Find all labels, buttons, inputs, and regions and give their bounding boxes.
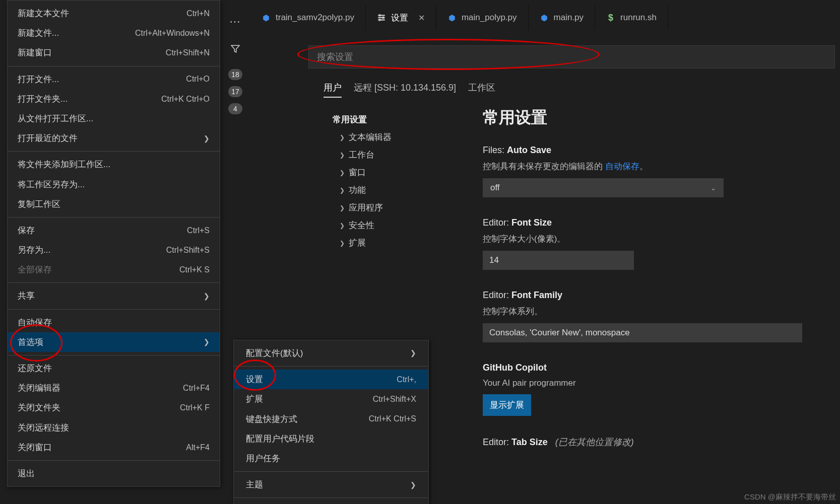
side-workbench[interactable]: ❯工作台	[333, 146, 461, 164]
submenu-settings[interactable]: 设置Ctrl+,	[234, 370, 428, 389]
menu-open-file[interactable]: 打开文件...Ctrl+O	[8, 69, 220, 89]
menu-save-as[interactable]: 另存为...Ctrl+Shift+S	[8, 240, 220, 260]
menu-close-window[interactable]: 关闭窗口Alt+F4	[8, 438, 220, 457]
autosave-link[interactable]: 自动保存	[605, 162, 639, 171]
scope-remote[interactable]: 远程 [SSH: 10.134.156.9]	[354, 79, 456, 98]
menu-exit[interactable]: 退出	[8, 464, 220, 483]
menu-autosave[interactable]: 自动保存	[8, 313, 220, 332]
side-texteditor[interactable]: ❯文本编辑器	[333, 128, 461, 146]
setting-title: GitHub Copilot	[483, 363, 830, 373]
submenu-theme[interactable]: 主题❯	[234, 475, 428, 494]
file-menu: 新建文本文件Ctrl+N 新建文件...Ctrl+Alt+Windows+N 新…	[7, 0, 220, 487]
menu-save[interactable]: 保存Ctrl+S	[8, 221, 220, 240]
tab-mainpolyp[interactable]: ⬢ main_polyp.py	[436, 5, 529, 30]
tab-label: 设置	[391, 12, 408, 24]
menu-separator	[8, 460, 220, 461]
outline-toolbar: ⋯ 18 17 4	[220, 0, 250, 126]
chevron-right-icon: ❯	[340, 187, 345, 194]
chevron-right-icon: ❯	[340, 169, 345, 176]
tab-label: main.py	[554, 13, 584, 23]
tab-main[interactable]: ⬢ main.py	[529, 5, 596, 30]
scope-workspace[interactable]: 工作区	[468, 79, 495, 98]
svg-point-5	[378, 19, 381, 21]
submenu-keyboard[interactable]: 键盘快捷方式Ctrl+K Ctrl+S	[234, 409, 428, 429]
menu-add-folder[interactable]: 将文件夹添加到工作区...	[8, 155, 220, 174]
setting-title: Files: Auto Save	[483, 145, 830, 156]
menu-dup-ws[interactable]: 复制工作区	[8, 194, 220, 214]
settings-search-wrap	[308, 45, 835, 68]
menu-new-file[interactable]: 新建文件...Ctrl+Alt+Windows+N	[8, 23, 220, 43]
submenu-snippets[interactable]: 配置用户代码片段	[234, 429, 428, 449]
menu-close-remote[interactable]: 关闭远程连接	[8, 418, 220, 438]
filter-icon[interactable]	[231, 44, 240, 56]
tab-label: main_polyp.py	[462, 13, 517, 23]
menu-open-workspace[interactable]: 从文件打开工作区...	[8, 109, 220, 128]
chevron-right-icon: ❯	[340, 204, 345, 211]
menu-new-text-file[interactable]: 新建文本文件Ctrl+N	[8, 4, 220, 23]
setting-title: Editor: Font Family	[483, 290, 830, 301]
tab-runrun[interactable]: $ runrun.sh	[595, 5, 668, 30]
submenu-profiles[interactable]: 配置文件(默认)❯	[234, 343, 428, 363]
badge-2: 17	[228, 86, 242, 97]
settings-search-input[interactable]	[308, 45, 835, 68]
chevron-right-icon: ❯	[340, 134, 345, 141]
menu-separator	[8, 355, 220, 355]
chevron-down-icon: ⌄	[710, 184, 716, 192]
chevron-right-icon: ❯	[410, 347, 416, 358]
fontfamily-input[interactable]	[483, 323, 802, 342]
side-application[interactable]: ❯应用程序	[333, 199, 461, 217]
side-features[interactable]: ❯功能	[333, 181, 461, 199]
python-icon: ⬢	[540, 13, 549, 22]
menu-revert[interactable]: 还原文件	[8, 358, 220, 378]
setting-desc: Your AI pair programmer	[483, 378, 830, 388]
menu-separator	[8, 151, 220, 152]
menu-close-folder[interactable]: 关闭文件夹Ctrl+K F	[8, 398, 220, 417]
chevron-right-icon: ❯	[340, 152, 345, 159]
chevron-right-icon: ❯	[340, 240, 345, 247]
close-icon[interactable]: ✕	[418, 13, 425, 23]
side-security[interactable]: ❯安全性	[333, 217, 461, 234]
setting-title: Editor: Tab Size (已在其他位置修改)	[483, 436, 830, 448]
show-extension-button[interactable]: 显示扩展	[483, 394, 531, 416]
scope-user[interactable]: 用户	[324, 79, 342, 98]
tab-train[interactable]: ⬢ train_samv2polyp.py	[250, 5, 366, 30]
menu-new-window[interactable]: 新建窗口Ctrl+Shift+N	[8, 43, 220, 62]
menu-save-all[interactable]: 全部保存Ctrl+K S	[8, 260, 220, 279]
more-icon[interactable]: ⋯	[229, 15, 241, 28]
fontsize-input[interactable]	[483, 251, 634, 270]
side-common[interactable]: 常用设置	[333, 111, 461, 128]
menu-preferences[interactable]: 首选项❯	[8, 332, 220, 352]
menu-save-ws-as[interactable]: 将工作区另存为...	[8, 175, 220, 194]
menu-share[interactable]: 共享❯	[8, 286, 220, 306]
menu-open-recent[interactable]: 打开最近的文件❯	[8, 128, 220, 148]
menu-separator	[8, 282, 220, 283]
svg-point-3	[378, 14, 381, 17]
editor-tabs: ⬢ train_samv2polyp.py 设置 ✕ ⬢ main_polyp.…	[250, 5, 840, 30]
chevron-right-icon: ❯	[204, 291, 210, 302]
tab-settings[interactable]: 设置 ✕	[366, 5, 436, 30]
shell-icon: $	[606, 13, 615, 22]
autosave-dropdown[interactable]: off ⌄	[483, 178, 724, 197]
setting-desc: 控制具有未保存更改的编辑器的 自动保存。	[483, 161, 830, 172]
side-extensions[interactable]: ❯扩展	[333, 234, 461, 252]
submenu-online[interactable]: 联机服务设置	[234, 501, 428, 504]
settings-content: 常用设置 Files: Auto Save 控制具有未保存更改的编辑器的 自动保…	[483, 107, 830, 468]
side-window[interactable]: ❯窗口	[333, 164, 461, 181]
chevron-right-icon: ❯	[204, 336, 210, 347]
svg-point-4	[382, 17, 384, 19]
setting-fontsize: Editor: Font Size 控制字体大小(像素)。	[483, 218, 830, 270]
setting-desc: 控制字体系列。	[483, 306, 830, 317]
submenu-tasks[interactable]: 用户任务	[234, 449, 428, 468]
menu-close-editor[interactable]: 关闭编辑器Ctrl+F4	[8, 378, 220, 398]
settings-sidebar: 常用设置 ❯文本编辑器 ❯工作台 ❯窗口 ❯功能 ❯应用程序 ❯安全性 ❯扩展	[333, 111, 461, 252]
menu-open-folder[interactable]: 打开文件夹...Ctrl+K Ctrl+O	[8, 89, 220, 109]
badge-1: 18	[228, 69, 242, 80]
menu-separator	[234, 366, 428, 367]
setting-title: Editor: Font Size	[483, 218, 830, 228]
tab-label: runrun.sh	[620, 13, 657, 23]
submenu-extensions[interactable]: 扩展Ctrl+Shift+X	[234, 389, 428, 409]
setting-copilot: GitHub Copilot Your AI pair programmer 显…	[483, 363, 830, 416]
settings-scope-tabs: 用户 远程 [SSH: 10.134.156.9] 工作区	[324, 79, 495, 98]
setting-fontfamily: Editor: Font Family 控制字体系列。	[483, 290, 830, 342]
menu-separator	[8, 217, 220, 218]
